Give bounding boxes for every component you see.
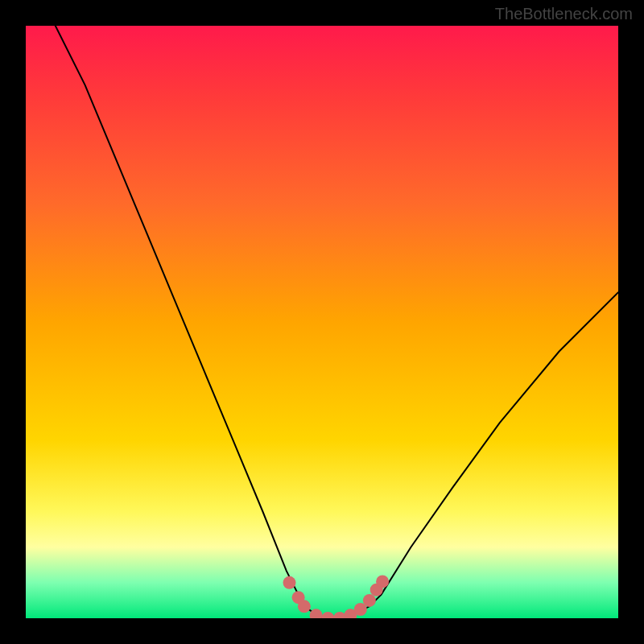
watermark-text: TheBottleneck.com xyxy=(495,5,633,23)
highlight-dot xyxy=(363,594,376,607)
bottleneck-curve xyxy=(56,26,618,618)
frame: TheBottleneck.com xyxy=(0,0,644,644)
highlight-dot xyxy=(310,609,323,618)
highlight-dot xyxy=(283,576,296,589)
plot-area xyxy=(26,26,618,618)
chart-svg xyxy=(26,26,618,618)
highlight-dots xyxy=(283,575,390,618)
highlight-dot xyxy=(298,600,311,613)
highlight-dot xyxy=(376,575,389,588)
highlight-dot xyxy=(321,612,334,618)
